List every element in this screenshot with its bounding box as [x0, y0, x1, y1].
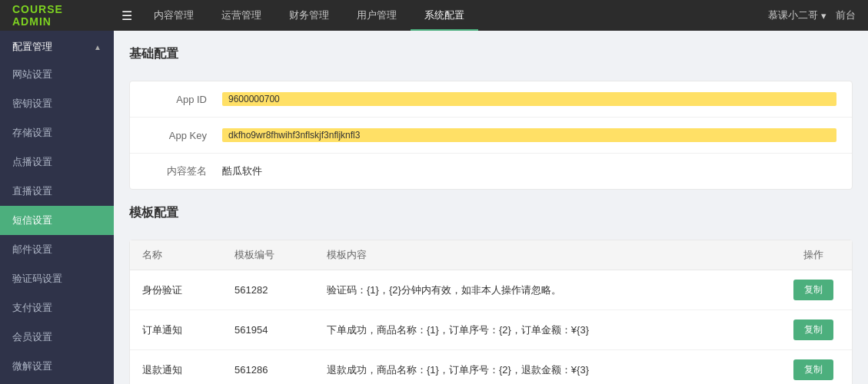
basic-config-title: 基础配置: [129, 46, 853, 68]
table-row: 退款通知 561286 退款成功，商品名称：{1}，订单序号：{2}，退款金额：…: [130, 350, 852, 384]
sidebar-item-live[interactable]: 直播设置: [0, 177, 114, 206]
brand-logo: COURSE ADMIN: [0, 3, 114, 28]
basic-config-card: App ID 9600000700 App Key dkfho9wr8fhwih…: [129, 81, 853, 190]
user-area: 慕课小二哥 ▾ 前台: [756, 8, 868, 22]
sidebar-item-payment[interactable]: 支付设置: [0, 293, 114, 323]
menu-toggle-icon[interactable]: ☰: [114, 8, 140, 23]
sidebar-item-membership[interactable]: 会员设置: [0, 323, 114, 352]
sidebar-group-config[interactable]: 配置管理 ▲: [0, 31, 114, 60]
app-id-label: App ID: [145, 94, 207, 105]
nav-item-operations[interactable]: 运营管理: [208, 0, 275, 31]
app-key-label: App Key: [145, 130, 207, 141]
nav-item-system[interactable]: 系统配置: [411, 0, 478, 31]
row-0-name: 身份验证: [130, 283, 222, 297]
content-area: 基础配置 App ID 9600000700 App Key dkfho9wr8…: [114, 31, 868, 384]
row-2-name: 退款通知: [130, 363, 222, 377]
dropdown-arrow-icon: ▾: [821, 10, 826, 22]
row-2-code: 561286: [222, 364, 314, 376]
table-row: 订单通知 561954 下单成功，商品名称：{1}，订单序号：{2}，订单金额：…: [130, 310, 852, 350]
sidebar-item-email[interactable]: 邮件设置: [0, 235, 114, 264]
template-table: 名称 模板编号 模板内容 操作 身份验证 561282 验证码：{1}，{2}分…: [129, 240, 853, 384]
top-nav: COURSE ADMIN ☰ 内容管理 运营管理 财务管理 用户管理 系统配置 …: [0, 0, 868, 31]
row-2-content: 退款成功，商品名称：{1}，订单序号：{2}，退款金额：¥{3}: [314, 363, 775, 377]
app-id-value: 9600000700: [222, 92, 836, 106]
sidebar-footer: Powered by CTC 1.0.0: [0, 381, 114, 384]
sidebar-item-vod[interactable]: 点播设置: [0, 147, 114, 177]
sidebar-item-captcha[interactable]: 验证码设置: [0, 264, 114, 293]
template-config-title: 模板配置: [129, 205, 853, 227]
main-layout: 配置管理 ▲ 网站设置 密钥设置 存储设置 点播设置 直播设置 短信设置 邮件设…: [0, 31, 868, 384]
username-dropdown[interactable]: 慕课小二哥 ▾: [768, 8, 826, 22]
table-row: 身份验证 561282 验证码：{1}，{2}分钟内有效，如非本人操作请忽略。 …: [130, 270, 852, 310]
sidebar: 配置管理 ▲ 网站设置 密钥设置 存储设置 点播设置 直播设置 短信设置 邮件设…: [0, 31, 114, 384]
app-id-row: App ID 9600000700: [130, 81, 852, 118]
copy-button-0[interactable]: 复制: [793, 280, 833, 300]
copy-button-2[interactable]: 复制: [793, 359, 833, 380]
app-key-value: dkfho9wr8fhwihf3nflskjf3nfljknfl3: [222, 128, 836, 142]
content-tag-row: 内容签名 酷瓜软件: [130, 154, 852, 189]
row-0-code: 561282: [222, 284, 314, 296]
table-header: 名称 模板编号 模板内容 操作: [130, 240, 852, 270]
content-tag-value: 酷瓜软件: [222, 164, 836, 178]
row-1-name: 订单通知: [130, 323, 222, 337]
username-label: 慕课小二哥: [768, 8, 818, 22]
sidebar-group-label: 配置管理: [12, 40, 52, 54]
row-1-action: 复制: [775, 319, 852, 340]
row-1-content: 下单成功，商品名称：{1}，订单序号：{2}，订单金额：¥{3}: [314, 323, 775, 337]
col-header-code: 模板编号: [222, 248, 314, 262]
copy-button-1[interactable]: 复制: [793, 319, 833, 340]
nav-item-content[interactable]: 内容管理: [140, 0, 208, 31]
front-link[interactable]: 前台: [836, 8, 856, 22]
nav-menu: 内容管理 运营管理 财务管理 用户管理 系统配置: [140, 0, 756, 31]
sidebar-item-sms[interactable]: 短信设置: [0, 206, 114, 235]
row-0-content: 验证码：{1}，{2}分钟内有效，如非本人操作请忽略。: [314, 283, 775, 297]
sidebar-collapse-icon: ▲: [94, 43, 101, 51]
nav-item-finance[interactable]: 财务管理: [275, 0, 343, 31]
sidebar-item-website[interactable]: 网站设置: [0, 60, 114, 89]
sidebar-item-wechat[interactable]: 微解设置: [0, 352, 114, 381]
sidebar-item-secret[interactable]: 密钥设置: [0, 89, 114, 118]
content-tag-label: 内容签名: [145, 164, 207, 178]
col-header-action: 操作: [775, 248, 852, 262]
nav-item-users[interactable]: 用户管理: [343, 0, 411, 31]
row-1-code: 561954: [222, 324, 314, 336]
col-header-name: 名称: [130, 248, 222, 262]
row-0-action: 复制: [775, 280, 852, 300]
col-header-content: 模板内容: [314, 248, 775, 262]
sidebar-item-storage[interactable]: 存储设置: [0, 118, 114, 147]
row-2-action: 复制: [775, 359, 852, 380]
app-key-row: App Key dkfho9wr8fhwihf3nflskjf3nfljknfl…: [130, 118, 852, 154]
